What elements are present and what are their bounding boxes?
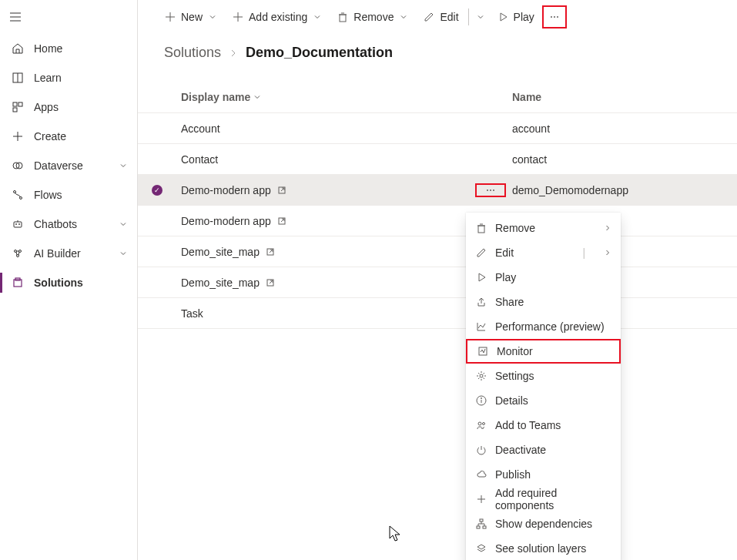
- row-display-name: Demo-modern app: [181, 184, 271, 196]
- table-body: ✓Accountaccount✓Contactcontact✓Demo-mode…: [138, 113, 737, 329]
- menu-item-monitor[interactable]: Monitor: [466, 339, 621, 364]
- menu-item-play[interactable]: Play: [466, 265, 621, 290]
- row-system-name: contact: [506, 153, 737, 166]
- menu-item-label: Share: [495, 296, 611, 308]
- plus-icon: [475, 493, 487, 505]
- external-icon: [266, 278, 275, 287]
- nav: Home Learn Apps Create Dataverse Flo: [0, 34, 137, 297]
- svg-line-21: [16, 252, 17, 255]
- chevron-down-icon: [400, 13, 407, 21]
- menu-item-see-solution-layers[interactable]: See solution layers: [466, 536, 621, 560]
- sidebar-item-dataverse[interactable]: Dataverse: [0, 151, 137, 180]
- sidebar-item-label: Chatbots: [34, 218, 119, 230]
- hamburger-button[interactable]: [0, 0, 137, 34]
- svg-point-46: [493, 189, 494, 191]
- menu-item-label: See solution layers: [495, 542, 611, 555]
- column-header-name[interactable]: Name: [506, 91, 737, 103]
- more-commands-button[interactable]: [542, 5, 567, 29]
- external-icon: [266, 247, 275, 257]
- menu-item-publish[interactable]: Publish: [466, 462, 621, 487]
- apps-icon: [11, 100, 25, 114]
- sidebar: Home Learn Apps Create Dataverse Flo: [0, 0, 138, 560]
- menu-item-label: Add to Teams: [495, 419, 611, 431]
- row-system-name: demo_Demomodernapp: [506, 184, 737, 196]
- table-row[interactable]: ✓Task: [138, 298, 737, 329]
- menu-item-show-dependencies[interactable]: Show dependencies: [466, 511, 621, 536]
- chevron-down-icon: [477, 13, 484, 21]
- plus-icon: [232, 11, 244, 23]
- svg-point-72: [483, 423, 485, 425]
- sidebar-item-apps[interactable]: Apps: [0, 92, 137, 122]
- svg-rect-30: [340, 15, 346, 22]
- menu-item-label: Settings: [495, 370, 611, 382]
- sidebar-item-aibuilder[interactable]: AI Builder: [0, 239, 137, 268]
- table-row[interactable]: ✓Demo_site_map: [138, 236, 737, 267]
- sidebar-item-label: Create: [34, 130, 128, 143]
- cursor-icon: [389, 525, 403, 544]
- play-button[interactable]: Play: [489, 3, 542, 31]
- sidebar-item-learn[interactable]: Learn: [0, 63, 137, 92]
- sidebar-item-flows[interactable]: Flows: [0, 180, 137, 210]
- row-display-name: Contact: [181, 153, 218, 166]
- svg-point-35: [554, 16, 555, 18]
- svg-point-70: [481, 398, 482, 399]
- add-existing-button[interactable]: Add existing: [224, 3, 329, 31]
- table-row[interactable]: ✓Demo-modern app: [138, 206, 737, 236]
- table-row[interactable]: ✓Accountaccount: [138, 113, 737, 144]
- svg-marker-78: [477, 545, 485, 549]
- sidebar-item-create[interactable]: Create: [0, 122, 137, 151]
- plus-icon: [11, 129, 25, 143]
- svg-rect-76: [477, 526, 480, 528]
- edit-dropdown[interactable]: [471, 3, 489, 31]
- info-icon: [475, 394, 487, 407]
- column-header-display-name[interactable]: Display name: [175, 91, 475, 103]
- svg-rect-5: [13, 102, 17, 106]
- menu-item-add-to-teams[interactable]: Add to Teams: [466, 413, 621, 438]
- svg-point-67: [480, 374, 483, 377]
- chart-icon: [475, 320, 487, 333]
- check-icon: ✓: [152, 185, 162, 196]
- main: New Add existing Remove Edit: [138, 0, 737, 560]
- menu-item-performance-preview-[interactable]: Performance (preview): [466, 314, 621, 339]
- svg-rect-75: [480, 519, 483, 521]
- row-display-name: Task: [181, 307, 203, 320]
- sidebar-item-chatbots[interactable]: Chatbots: [0, 210, 137, 239]
- row-display-name: Demo_site_map: [181, 277, 260, 289]
- menu-item-settings[interactable]: Settings: [466, 364, 621, 388]
- menu-item-label: Publish: [495, 468, 611, 481]
- menu-item-label: Edit: [495, 246, 575, 259]
- menu-item-label: Details: [495, 394, 611, 407]
- menu-item-share[interactable]: Share: [466, 290, 621, 314]
- menu-item-label: Monitor: [497, 345, 610, 357]
- svg-rect-7: [13, 108, 17, 112]
- breadcrumb-root[interactable]: Solutions: [164, 45, 221, 61]
- remove-button[interactable]: Remove: [329, 3, 415, 31]
- new-button[interactable]: New: [156, 3, 224, 31]
- edit-button[interactable]: Edit: [415, 3, 466, 31]
- sidebar-item-label: Apps: [34, 101, 128, 113]
- table-row[interactable]: ✓Demo_site_map: [138, 267, 737, 298]
- svg-rect-6: [18, 102, 22, 106]
- svg-rect-77: [483, 526, 486, 528]
- row-more-button[interactable]: [475, 183, 506, 197]
- sidebar-item-label: Solutions: [34, 277, 128, 289]
- table-row[interactable]: ✓Demo-modern appdemo_Demomodernapp: [138, 175, 737, 206]
- svg-point-36: [557, 16, 558, 18]
- chevron-right-icon: [604, 224, 611, 232]
- external-icon: [277, 186, 286, 195]
- menu-item-label: Remove: [495, 222, 596, 234]
- menu-item-label: Deactivate: [495, 444, 611, 456]
- menu-item-deactivate[interactable]: Deactivate: [466, 438, 621, 462]
- pencil-icon: [423, 11, 435, 23]
- menu-item-add-required-components[interactable]: Add required components: [466, 487, 621, 511]
- sidebar-item-solutions[interactable]: Solutions: [0, 268, 137, 297]
- chevron-down-icon: [119, 161, 128, 170]
- menu-item-remove[interactable]: Remove: [466, 216, 621, 240]
- menu-item-edit[interactable]: Edit|: [466, 240, 621, 265]
- menu-item-details[interactable]: Details: [466, 388, 621, 413]
- svg-point-71: [478, 422, 481, 425]
- power-icon: [475, 444, 487, 456]
- row-display-name: Account: [181, 122, 220, 135]
- table-row[interactable]: ✓Contactcontact: [138, 144, 737, 175]
- sidebar-item-home[interactable]: Home: [0, 34, 137, 63]
